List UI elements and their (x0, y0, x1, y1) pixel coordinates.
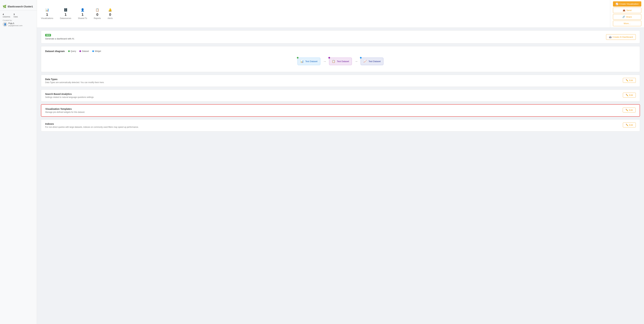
legend-widget: Widget (92, 50, 101, 52)
data-types-desc: Data Types are automatically detected. Y… (45, 81, 623, 84)
search-analytics-edit-button[interactable]: ✏️ Edit (623, 93, 636, 98)
visualizations-count: 1 (46, 13, 48, 17)
dataset-node-dot (328, 57, 330, 59)
create-visualization-button[interactable]: 📈 Create Visualization (613, 1, 641, 7)
query-node-dot (297, 57, 298, 59)
search-analytics-card: Search Based Analytics Settings related … (41, 90, 640, 102)
search-analytics-title: Search Based Analytics (45, 93, 623, 95)
ai-description: Generate a dashboard with AI. (45, 38, 75, 40)
create-ai-dashboard-button[interactable]: 🤖 Create AI Dashboard (606, 34, 636, 40)
edit-icon-search: ✏️ (626, 94, 628, 96)
indexes-info: Indexes For non-direct queries with larg… (45, 123, 623, 128)
avatar: 👤 (3, 22, 8, 27)
stat-datasources: 🗄️ 1 Datasources (60, 8, 71, 20)
query-dot (68, 50, 70, 52)
widget-node-dot (360, 57, 362, 59)
diagram-header: Dataset diagram Query Dataset Widget (45, 50, 636, 53)
dataset-diagram-card: Dataset diagram Query Dataset Widget (41, 46, 640, 72)
reports-count: 0 (96, 13, 98, 17)
data-types-card: Data Types Data Types are automatically … (41, 75, 640, 87)
ai-dashboard-card: NEW Generate a dashboard with AI. 🤖 Crea… (41, 30, 640, 44)
sidebar: 🌿 Elasticsearch Cluster1 4 columns 3 row… (0, 0, 37, 324)
stat-alerts: 🔔 0 Alerts (108, 8, 113, 20)
legend-dataset: Dataset (79, 50, 89, 52)
cluster-name[interactable]: 🌿 Elasticsearch Cluster1 (0, 3, 37, 11)
legend-query: Query (68, 50, 76, 52)
indexes-desc: For non-direct queries with large datase… (45, 126, 623, 128)
dataset-node-label: Test Dataset (337, 60, 349, 63)
new-badge: NEW (45, 34, 51, 37)
user-info: 👤 Puja A puja@knowi.com (3, 22, 34, 27)
datasources-label: Datasources (60, 17, 71, 20)
data-types-edit-button[interactable]: ✏️ Edit (623, 78, 636, 83)
create-viz-icon: 📈 (616, 3, 618, 5)
more-button[interactable]: More... (613, 21, 641, 26)
send-button[interactable]: 📤 Send (613, 8, 641, 13)
viz-templates-info: Visualization Templates Manage pre-defin… (45, 108, 623, 113)
ai-card-left: NEW Generate a dashboard with AI. (45, 34, 75, 40)
data-types-info: Data Types Data Types are automatically … (45, 78, 623, 84)
indexes-title: Indexes (45, 123, 623, 125)
widget-node-label: Test Dataset (368, 60, 380, 63)
dataset-node[interactable]: 📋 Test Dataset (329, 58, 352, 65)
viz-templates-card: Visualization Templates Manage pre-defin… (41, 104, 640, 117)
viz-templates-edit-button[interactable]: ✏️ Edit (623, 108, 636, 113)
data-types-title: Data Types (45, 78, 623, 81)
visualizations-label: Visualizations (41, 17, 53, 20)
alerts-count: 0 (109, 13, 111, 17)
query-node[interactable]: 📊 Test Dataset (298, 58, 320, 65)
arrow-1: → (323, 60, 326, 63)
created-by-label: Created by: (3, 19, 34, 21)
cluster-icon: 🌿 (3, 5, 6, 9)
alerts-label: Alerts (108, 17, 113, 20)
query-node-label: Test Dataset (306, 60, 318, 63)
widget-node[interactable]: 📈 Test Dataset (360, 58, 384, 65)
reports-label: Reports (94, 17, 101, 20)
stat-visualizations: 📊 1 Visualizations (41, 8, 53, 20)
shared-to-count: 1 (82, 13, 84, 17)
datasources-count: 1 (64, 13, 66, 17)
dataset-node-icon: 📋 (332, 60, 335, 63)
send-icon: 📤 (623, 9, 625, 12)
viz-templates-title: Visualization Templates (45, 108, 623, 110)
query-node-icon: 📊 (300, 60, 304, 63)
viz-templates-desc: Manage pre-defined widgets for this data… (45, 111, 623, 113)
top-bar: 📊 1 Visualizations 🗄️ 1 Datasources 👤 1 … (37, 0, 644, 28)
stat-shared-to: 👤 1 Shared To (78, 8, 87, 20)
widget-dot (92, 50, 94, 52)
arrow-2: → (354, 60, 358, 63)
reports-icon: 📋 (96, 8, 99, 12)
user-name: Puja A (8, 22, 22, 25)
search-analytics-desc: Settings related to natural language que… (45, 96, 623, 98)
indexes-edit-button[interactable]: ✏️ Edit (623, 123, 636, 127)
content-area: NEW Generate a dashboard with AI. 🤖 Crea… (37, 28, 644, 134)
diagram-flow: 📊 Test Dataset → 📋 Test Dataset → 📈 (45, 56, 636, 69)
edit-icon-data-types: ✏️ (626, 79, 628, 82)
stat-reports: 📋 0 Reports (94, 8, 101, 20)
shared-to-label: Shared To (78, 17, 87, 20)
dataset-dot (79, 50, 81, 52)
shared-to-icon: 👤 (81, 8, 84, 12)
main-content: 📊 1 Visualizations 🗄️ 1 Datasources 👤 1 … (37, 0, 644, 324)
visualizations-icon: 📊 (45, 8, 49, 12)
action-buttons: 📈 Create Visualization 📤 Send 🔗 Share Mo… (610, 0, 644, 28)
ai-dashboard-icon: 🤖 (609, 36, 612, 38)
widget-node-icon: 📈 (364, 60, 367, 63)
edit-icon-viz: ✏️ (626, 109, 628, 111)
edit-icon-indexes: ✏️ (626, 124, 628, 126)
datasources-icon: 🗄️ (64, 8, 68, 12)
diagram-title: Dataset diagram (45, 50, 65, 53)
alerts-icon: 🔔 (108, 8, 112, 12)
share-button[interactable]: 🔗 Share (613, 14, 641, 20)
sidebar-meta: 4 columns 3 rows Created by: 👤 Puja A pu… (0, 12, 37, 28)
share-icon: 🔗 (622, 16, 625, 18)
search-analytics-info: Search Based Analytics Settings related … (45, 93, 623, 98)
indexes-card: Indexes For non-direct queries with larg… (41, 119, 640, 131)
stats-section: 📊 1 Visualizations 🗄️ 1 Datasources 👤 1 … (37, 0, 610, 28)
user-email: puja@knowi.com (8, 25, 22, 27)
